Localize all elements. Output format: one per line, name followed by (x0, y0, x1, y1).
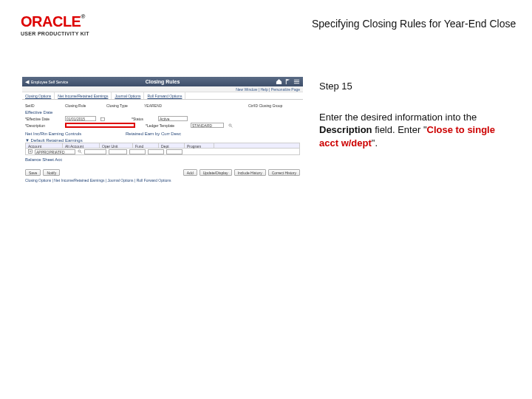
col-dept: Dept (159, 143, 185, 148)
back-chevron-icon[interactable]: ◀ (25, 79, 29, 85)
grid-row-1: APPROPRIATFD (25, 149, 300, 155)
app-body: SetID Closing Rule Closing Type YEAREND … (22, 100, 303, 185)
tab-net-income[interactable]: Net Income/Retained Earnings (55, 92, 112, 99)
row-description: *Description *Ledger Template STANDARD (25, 123, 300, 128)
description-field[interactable] (65, 123, 135, 128)
section-balance-sheet: Balance Sheet Acc (25, 157, 300, 162)
topbar-left: ◀ Employee Self Service (25, 79, 68, 85)
svg-point-10 (78, 150, 81, 152)
svg-rect-4 (101, 117, 105, 120)
instr-post: ". (372, 137, 378, 149)
closing-type-label: Closing Type (106, 103, 140, 108)
instr-bold: Description (319, 124, 372, 135)
footer-links[interactable]: Closing Options | Net Income/Retained Ea… (25, 178, 300, 183)
tab-closing-options[interactable]: Closing Options (22, 92, 55, 99)
status-label: *Status (132, 117, 154, 121)
back-label[interactable]: Employee Self Service (31, 80, 68, 84)
app-heading: Closing Rules (146, 79, 180, 84)
ledger-template-field[interactable]: STANDARD (191, 123, 224, 128)
svg-line-6 (231, 126, 233, 127)
eff-date-field[interactable]: 01/01/2015 (65, 116, 96, 121)
notify-button[interactable]: Notify (43, 169, 60, 176)
row-sections: Net Inc/Rtn Earning Controls Retained Ea… (25, 129, 300, 137)
grid-account-field[interactable]: APPROPRIATFD (35, 149, 75, 154)
status-field[interactable]: Active (158, 116, 188, 121)
closing-rule-label: Closing Rule (65, 103, 102, 108)
lookup-icon[interactable] (78, 149, 82, 154)
update-display-button[interactable]: Update/Display (200, 169, 232, 176)
section-net-inc: Net Inc/Rtn Earning Controls (25, 132, 121, 136)
grid-alt-field[interactable] (84, 149, 106, 154)
row-ids: SetID Closing Rule Closing Type YEAREND … (25, 103, 300, 108)
instruction-column: Step 15 Enter the desired information in… (319, 80, 508, 149)
col-prog: Program (185, 143, 214, 148)
add-button[interactable]: Add (183, 169, 197, 176)
app-screenshot: ◀ Employee Self Service Closing Rules Ne… (22, 77, 303, 225)
lookup-icon[interactable] (228, 123, 233, 128)
button-bar: Save Notify Add Update/Display Include H… (25, 169, 300, 176)
tab-journal-options[interactable]: Journal Options (112, 92, 144, 99)
closing-type-value: YEAREND (144, 103, 162, 108)
save-button[interactable]: Save (25, 169, 41, 176)
oracle-logo: ORACLE® (21, 13, 89, 30)
row-eff-date: *Effective Date 01/01/2015 *Status Activ… (25, 116, 300, 121)
setid-label: SetID (25, 103, 61, 108)
instr-mid: field. Enter " (372, 124, 427, 135)
section-ret-earn: Retained Earn by Curr Desc (126, 132, 181, 136)
grid-prog-field[interactable] (166, 149, 183, 154)
tab-roll-forward[interactable]: Roll Forward Options (144, 92, 185, 99)
svg-rect-2 (294, 81, 299, 82)
topbar-right (276, 78, 300, 85)
grid-header: Account Alt Account Oper Unit Fund Dept … (25, 143, 300, 149)
oracle-text: ORACLE (21, 13, 81, 30)
home-icon[interactable] (276, 78, 282, 85)
expand-icon[interactable] (28, 149, 33, 154)
svg-rect-1 (294, 80, 299, 81)
col-account: Account (26, 143, 63, 148)
brand-block: ORACLE® USER PRODUCTIVITY KIT (21, 13, 89, 36)
col-fund: Fund (133, 143, 159, 148)
col-oper: Oper Unit (100, 143, 133, 148)
include-history-button[interactable]: Include History (234, 169, 266, 176)
grid-dept-field[interactable] (148, 149, 164, 154)
section-effective-date: Effective Date (25, 110, 300, 115)
step-label: Step 15 (319, 80, 508, 93)
calendar-icon[interactable] (100, 117, 105, 121)
svg-rect-0 (286, 79, 287, 84)
svg-line-11 (81, 152, 82, 154)
correct-history-button[interactable]: Correct History (268, 169, 300, 176)
eff-date-label: *Effective Date (25, 117, 61, 121)
instruction-text: Enter the desired information into the D… (319, 111, 508, 150)
app-tabs: Closing Options Net Income/Retained Earn… (22, 92, 303, 100)
grid-oper-field[interactable] (109, 149, 127, 154)
ledger-template-label: *Ledger Template (146, 123, 186, 128)
instr-pre: Enter the desired information into the (319, 112, 477, 123)
svg-rect-3 (294, 83, 299, 83)
menu-icon[interactable] (293, 78, 300, 85)
closing-group-label: Ctr/ID Closing Group (248, 103, 300, 108)
description-label: *Description (25, 123, 61, 128)
trademark: ® (81, 13, 84, 20)
app-sublinks[interactable]: New Window | Help | Personalize Page (22, 86, 303, 92)
document-title: Specifying Closing Rules for Year-End Cl… (312, 18, 516, 30)
app-topbar: ◀ Employee Self Service Closing Rules (22, 77, 303, 86)
svg-point-5 (229, 123, 231, 126)
col-alt: Alt Account (63, 143, 100, 148)
upk-subtitle: USER PRODUCTIVITY KIT (21, 31, 89, 36)
flag-icon[interactable] (284, 78, 291, 85)
grid-fund-field[interactable] (129, 149, 146, 154)
